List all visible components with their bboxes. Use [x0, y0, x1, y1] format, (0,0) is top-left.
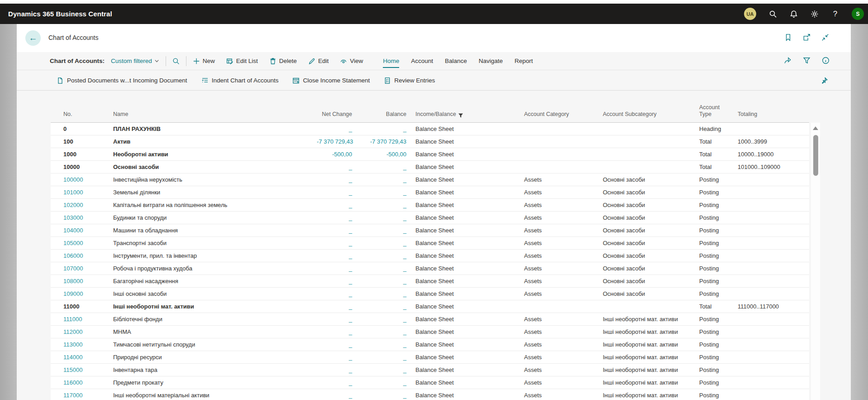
new-button[interactable]: New	[193, 58, 215, 65]
column-header-net-change[interactable]: Net Change	[317, 111, 354, 118]
column-header-account-type[interactable]: Account Type	[695, 104, 731, 118]
table-row[interactable]: 106000Інструменти, прил. та інвентар__Ba…	[51, 250, 809, 262]
bookmark-icon[interactable]	[784, 34, 792, 43]
column-header-balance[interactable]: Balance	[354, 111, 408, 118]
column-header-name[interactable]: Name	[109, 111, 317, 118]
share-icon[interactable]	[784, 57, 792, 66]
cell-name: Інші необоротні мат. активи	[109, 303, 317, 310]
cell-net-change: _	[317, 125, 354, 132]
settings-gear-icon[interactable]	[810, 10, 819, 18]
cell-no[interactable]: 103000	[51, 214, 109, 221]
cell-no: 11000	[51, 303, 109, 310]
cell-totaling: 1000..3999	[734, 138, 809, 145]
cell-no[interactable]: 109000	[51, 290, 109, 297]
table-row[interactable]: 0ПЛАН РАХУНКІВ__Balance SheetHeading	[51, 123, 809, 135]
table-row[interactable]: 11000Інші необоротні мат. активи__Balanc…	[51, 300, 809, 313]
table-row[interactable]: 102000Капітальні витрати на поліпшення з…	[51, 199, 809, 212]
table-row[interactable]: 114000Природні ресурси__Balance SheetAss…	[51, 351, 809, 364]
open-in-new-window-icon[interactable]	[803, 34, 811, 43]
edit-button[interactable]: Edit	[308, 58, 329, 65]
table-row[interactable]: 100Актив-7 370 729,43-7 370 729,43Balanc…	[51, 135, 809, 148]
help-icon[interactable]: ?	[831, 10, 839, 18]
cell-no[interactable]: 102000	[51, 202, 109, 208]
table-row[interactable]: 117000Інші необоротні матеріальні активи…	[51, 389, 809, 400]
delete-button[interactable]: Delete	[269, 58, 297, 65]
tab-report[interactable]: Report	[509, 52, 539, 70]
table-row[interactable]: 100000Інвестиційна нерухомість__Balance …	[51, 173, 809, 186]
right-window-gutter	[851, 24, 868, 400]
pin-icon[interactable]	[820, 77, 828, 86]
cell-totaling: 10000..19000	[734, 151, 809, 158]
cell-no[interactable]: 114000	[51, 354, 109, 361]
document-icon	[57, 77, 64, 84]
search-icon[interactable]	[768, 10, 777, 18]
cell-type: Posting	[695, 189, 734, 196]
cell-no[interactable]: 100000	[51, 176, 109, 183]
cell-name: Машини та обладнання	[109, 227, 317, 234]
cell-no[interactable]: 108000	[51, 278, 109, 284]
table-row[interactable]: 109000Інші основні засоби__Balance Sheet…	[51, 288, 809, 300]
table-row[interactable]: 115000Інвентарна тара__Balance SheetAsse…	[51, 364, 809, 376]
table-row[interactable]: 111000Бібліотечні фонди__Balance SheetAs…	[51, 313, 809, 326]
tab-navigate[interactable]: Navigate	[473, 52, 509, 70]
tab-balance[interactable]: Balance	[439, 52, 473, 70]
notifications-bell-icon[interactable]	[789, 10, 798, 18]
indent-chart-button[interactable]: Indent Chart of Accounts	[201, 77, 279, 84]
tab-home[interactable]: Home	[377, 52, 405, 70]
table-row[interactable]: 101000Земельні ділянки__Balance SheetAss…	[51, 186, 809, 199]
tab-account[interactable]: Account	[405, 52, 439, 70]
table-row[interactable]: 10000Основні засоби__Balance SheetTotal1…	[51, 161, 809, 173]
edit-list-button[interactable]: Edit List	[226, 58, 258, 65]
column-header-totaling[interactable]: Totaling	[734, 111, 809, 118]
cell-no[interactable]: 115000	[51, 366, 109, 373]
column-header-account-subcategory[interactable]: Account Subcategory	[598, 111, 695, 118]
cell-net-change: _	[317, 265, 354, 272]
cell-no[interactable]: 107000	[51, 265, 109, 272]
column-header-no[interactable]: No.	[51, 111, 109, 118]
info-icon[interactable]	[822, 57, 830, 66]
posted-documents-button[interactable]: Posted Documents w...t Incoming Document	[57, 77, 187, 84]
cell-net-change: _	[317, 316, 354, 323]
user-avatar[interactable]: S	[852, 8, 864, 20]
collapse-page-icon[interactable]	[821, 34, 829, 43]
table-row[interactable]: 116000Предмети прокату__Balance SheetAss…	[51, 376, 809, 389]
cell-no[interactable]: 116000	[51, 379, 109, 386]
view-filter-dropdown[interactable]: Custom filtered	[111, 58, 159, 64]
table-row[interactable]: 105000Транспортні засоби__Balance SheetA…	[51, 237, 809, 250]
table-row[interactable]: 104000Машини та обладнання__Balance Shee…	[51, 224, 809, 237]
back-button[interactable]: ←	[25, 30, 41, 46]
close-income-statement-button[interactable]: 365 Close Income Statement	[292, 77, 370, 84]
table-row[interactable]: 103000Будинки та споруди__Balance SheetA…	[51, 212, 809, 224]
table-row[interactable]: 113000Тимчасові нетитульні споруди__Bala…	[51, 338, 809, 351]
vertical-scrollbar[interactable]	[811, 123, 820, 400]
cell-no[interactable]: 105000	[51, 240, 109, 246]
cell-income-balance: Balance Sheet	[408, 176, 520, 183]
search-list-button[interactable]	[172, 58, 180, 65]
delete-label: Delete	[279, 58, 297, 64]
view-button[interactable]: View	[340, 58, 363, 65]
table-row[interactable]: 112000МНМА__Balance SheetAssetsІнші необ…	[51, 326, 809, 338]
cell-no[interactable]: 106000	[51, 252, 109, 259]
column-header-account-category[interactable]: Account Category	[520, 111, 598, 118]
scrollbar-thumb[interactable]	[813, 135, 818, 176]
table-row[interactable]: 108000Багаторічні насадження__Balance Sh…	[51, 275, 809, 288]
table-row[interactable]: 1000Необоротні активи-500,00-500,00Balan…	[51, 148, 809, 161]
cell-no[interactable]: 111000	[51, 316, 109, 323]
cell-no[interactable]: 113000	[51, 341, 109, 348]
environment-badge[interactable]: UA	[744, 8, 756, 20]
cell-balance: _	[354, 240, 408, 246]
review-entries-button[interactable]: Review Entries	[384, 77, 435, 84]
cell-subcategory: Інші необоротні мат. активи	[598, 354, 695, 361]
cell-no[interactable]: 112000	[51, 328, 109, 335]
cell-balance: _	[354, 252, 408, 259]
cell-no[interactable]: 101000	[51, 189, 109, 196]
filter-icon[interactable]	[803, 57, 811, 66]
cell-no[interactable]: 104000	[51, 227, 109, 234]
cell-category: Assets	[520, 227, 598, 234]
table-row[interactable]: 107000Робоча і продуктивна худоба__Balan…	[51, 262, 809, 275]
cell-no[interactable]: 117000	[51, 392, 109, 399]
scrollbar-up-arrow[interactable]	[813, 126, 818, 130]
cell-name: Інструменти, прил. та інвентар	[109, 252, 317, 259]
column-header-income-balance[interactable]: Income/Balance	[408, 111, 520, 118]
cell-type: Posting	[695, 252, 734, 259]
